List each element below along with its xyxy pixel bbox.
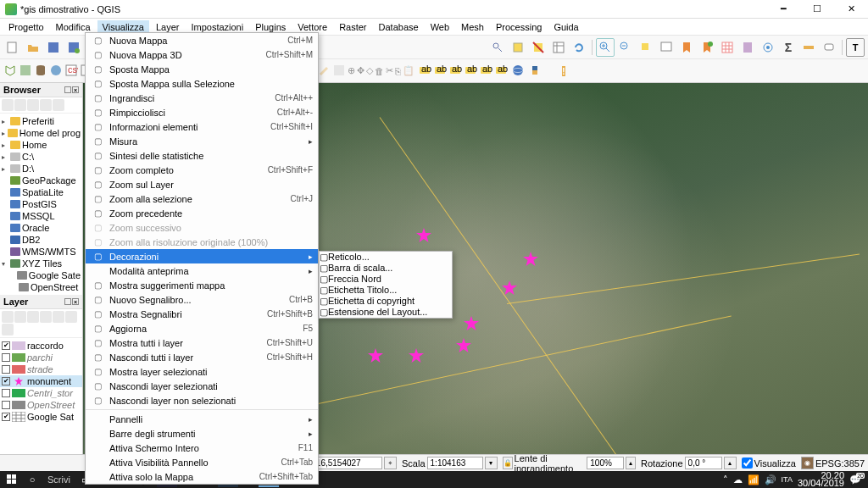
label-tool-5[interactable]: abc [479, 64, 492, 79]
menu-item-nuova-mappa-3d[interactable]: ▢Nuova Mappa 3DCtrl+Shift+M [86, 47, 318, 62]
menu-item-zoom-sul-layer[interactable]: ▢Zoom sul Layer [86, 177, 318, 191]
menu-item-rimpicciolisci[interactable]: ▢RimpicciolisciCtrl+Alt+- [86, 105, 318, 119]
menu-item-barre-degli-strumenti[interactable]: Barre degli strumenti▸ [86, 426, 318, 441]
scale-input[interactable] [427, 457, 483, 469]
browser-item[interactable]: DB2 [0, 234, 82, 246]
sigma-button[interactable]: Σ [779, 38, 798, 57]
tray-volume-icon[interactable]: 🔊 [765, 474, 776, 485]
map-marker[interactable] [368, 348, 383, 363]
browser-refresh-icon[interactable] [2, 99, 14, 111]
layer-item[interactable]: ✔raccordo [0, 340, 82, 352]
browser-item[interactable]: GeoPackage [0, 175, 82, 186]
zoom-in-button[interactable] [596, 38, 615, 57]
layer-item[interactable]: ✔monument [0, 375, 82, 387]
rotation-input[interactable] [685, 457, 722, 469]
edit-toggle-button[interactable] [317, 64, 331, 79]
menu-item-zoom-alla-selezione[interactable]: ▢Zoom alla selezioneCtrl+J [86, 191, 318, 206]
menu-item-aggiorna[interactable]: ▢AggiornaF5 [86, 321, 318, 336]
menu-item-nascondi-layer-selezionati[interactable]: ▢Nascondi layer selezionati [86, 379, 318, 393]
menu-raster[interactable]: Raster [334, 20, 371, 34]
magnifier-spinner-icon[interactable]: ▴ [626, 457, 636, 469]
add-raster-button[interactable] [19, 64, 32, 79]
save-project-button[interactable] [44, 38, 63, 57]
table-button[interactable] [718, 38, 737, 57]
add-csv-button[interactable]: csv [64, 64, 78, 79]
browser-item[interactable]: ▸Preferiti [0, 115, 82, 127]
new-bookmark-button[interactable] [698, 38, 716, 57]
map-marker[interactable] [523, 252, 538, 267]
submenu-item-freccia-nord[interactable]: ▢Freccia Nord [320, 274, 452, 285]
open-project-button[interactable] [24, 38, 42, 57]
tray-cloud-icon[interactable]: ☁ [733, 474, 743, 485]
menu-progetto[interactable]: Progetto [3, 20, 49, 34]
menu-item-attiva-schermo-intero[interactable]: Attiva Schermo InteroF11 [86, 441, 318, 455]
plugin-globe-button[interactable] [511, 64, 525, 79]
menu-item-nascondi-tutti-i-layer[interactable]: ▢Nascondi tutti i layerCtrl+Shift+H [86, 350, 318, 364]
menu-database[interactable]: Database [374, 20, 424, 34]
menu-item-informazioni-elementi[interactable]: ▢Informazioni elementiCtrl+Shift+I [86, 119, 318, 134]
menu-web[interactable]: Web [426, 20, 454, 34]
layer-item[interactable]: strade [0, 363, 82, 375]
menu-item-nuova-mappa[interactable]: ▢Nuova MappaCtrl+M [86, 33, 318, 47]
menu-processing[interactable]: Processing [491, 20, 547, 34]
add-db-button[interactable] [34, 64, 47, 79]
lock-scale-icon[interactable]: 🔒 [503, 457, 513, 469]
browser-item[interactable]: Google Sate [0, 269, 82, 281]
browser-props-icon[interactable] [40, 99, 52, 111]
panel-close-icon[interactable]: × [72, 298, 79, 305]
tray-chevron-icon[interactable]: ˄ [723, 474, 728, 485]
browser-item[interactable]: WMS/WMTS [0, 246, 82, 258]
refresh-button[interactable] [570, 38, 588, 57]
menu-item-zoom-alla-risoluzione-originale-100-[interactable]: ▢Zoom alla risoluzione originale (100%) [86, 235, 318, 249]
new-project-button[interactable] [3, 38, 22, 57]
ruler-button[interactable] [799, 38, 818, 57]
menu-item-attiva-solo-la-mappa[interactable]: Attiva solo la MappaCtrl+Shift+Tab [86, 469, 318, 484]
save-edits-button[interactable] [332, 64, 346, 79]
calculator-button[interactable] [738, 38, 757, 57]
menu-item-pannelli[interactable]: Pannelli▸ [86, 412, 318, 426]
menu-mesh[interactable]: Mesh [456, 20, 489, 34]
add-vector-button[interactable] [3, 64, 17, 79]
submenu-item-reticolo-[interactable]: ▢Reticolo... [320, 252, 452, 263]
processing-button[interactable] [759, 38, 777, 57]
layers-filter-icon[interactable] [40, 311, 52, 323]
tray-wifi-icon[interactable]: 📶 [748, 474, 760, 485]
submenu-item-estensione-del-layout-[interactable]: ▢Estensione del Layout... [320, 307, 452, 318]
label-tool-4[interactable]: abc [464, 64, 477, 79]
layer-item[interactable]: Centri_stor [0, 387, 82, 399]
clock-date[interactable]: 30/04/2019 [798, 480, 844, 487]
browser-item[interactable]: Oracle [0, 222, 82, 234]
browser-item[interactable]: ▸Home [0, 139, 82, 151]
layers-add-group-icon[interactable] [14, 311, 26, 323]
menu-item-mostra-segnalibri[interactable]: ▢Mostra SegnalibriCtrl+Shift+B [86, 307, 318, 321]
map-marker[interactable] [409, 348, 424, 363]
browser-tree[interactable]: ▸Preferiti▸Home del prog▸Home▸C:\▸D:\Geo… [0, 114, 82, 295]
crs-icon[interactable]: ◉ [801, 457, 814, 469]
map-marker[interactable] [464, 316, 479, 331]
close-button[interactable]: ✕ [839, 3, 863, 14]
attributetable-button[interactable] [549, 38, 568, 57]
menu-item-zoom-completo[interactable]: ▢Zoom completoCtrl+Shift+F [86, 163, 318, 177]
browser-enable-icon[interactable] [53, 99, 64, 111]
menu-item-ingrandisci[interactable]: ▢IngrandisciCtrl+Alt++ [86, 91, 318, 105]
zoom-selection-dropdown[interactable] [637, 38, 655, 57]
browser-item[interactable]: OpenStreet [0, 281, 82, 293]
layers-collapse-icon[interactable] [65, 311, 77, 323]
deselect-button[interactable] [529, 38, 548, 57]
coord-toggle-icon[interactable]: ⌖ [384, 457, 397, 469]
browser-item[interactable]: ▾XYZ Tiles [0, 258, 82, 269]
scale-dropdown-icon[interactable]: ▾ [485, 457, 498, 469]
submenu-item-etichetta-titolo-[interactable]: ▢Etichetta Titolo... [320, 285, 452, 296]
map-marker[interactable] [416, 228, 431, 243]
menu-item-zoom-precedente[interactable]: ▢Zoom precedente [86, 206, 318, 220]
browser-item[interactable]: ▸D:\ [0, 163, 82, 175]
menu-item-misura[interactable]: ▢Misura▸ [86, 134, 318, 148]
move-feature-button[interactable]: ✥ [357, 65, 364, 76]
menu-item-mostra-suggerimenti-mappa[interactable]: ▢Mostra suggerimenti mappa [86, 278, 318, 292]
menu-item-mostra-layer-selezionati[interactable]: ▢Mostra layer selezionati [86, 364, 318, 379]
node-tool-button[interactable]: ◇ [366, 65, 373, 76]
paste-button[interactable]: 📋 [403, 65, 415, 76]
zoom-out-button[interactable] [616, 38, 635, 57]
panel-undock-icon[interactable] [64, 298, 71, 305]
identify-button[interactable] [488, 38, 507, 57]
